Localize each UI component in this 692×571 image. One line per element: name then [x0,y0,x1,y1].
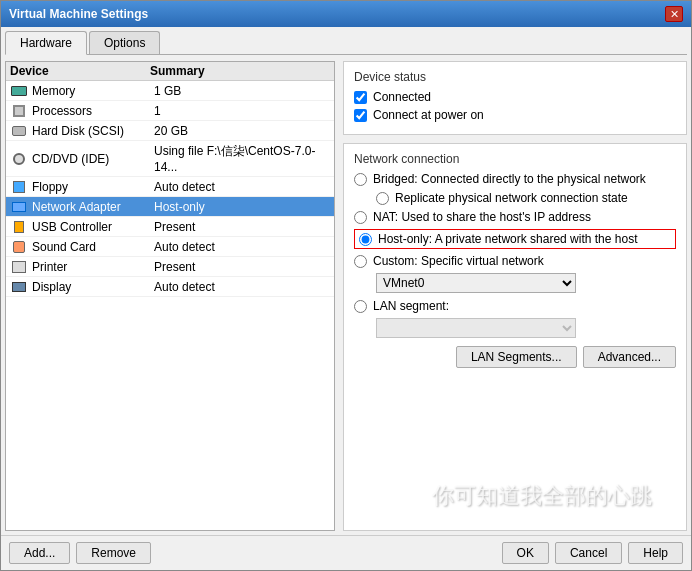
custom-radio[interactable] [354,255,367,268]
vmnet-select-row: VMnet0 [376,273,676,293]
cpu-icon [10,104,28,118]
device-row-memory[interactable]: Memory 1 GB [6,81,334,101]
device-table-header: Device Summary [6,62,334,81]
floppy-icon [10,180,28,194]
device-summary-printer: Present [154,260,330,274]
window-content: Hardware Options Device Summary Memory 1 [1,27,691,535]
hdd-icon [10,124,28,138]
device-summary-cd-dvd: Using file F:\信柒\CentOS-7.0-14... [154,143,330,174]
close-button[interactable]: ✕ [665,6,683,22]
connected-label: Connected [373,90,431,104]
host-only-radio[interactable] [359,233,372,246]
device-summary-floppy: Auto detect [154,180,330,194]
device-summary-hard-disk: 20 GB [154,124,330,138]
device-status-title: Device status [354,70,676,84]
cd-icon [10,152,28,166]
device-row-network-adapter[interactable]: Network Adapter Host-only [6,197,334,217]
footer-left-buttons: Add... Remove [9,542,151,564]
device-name-hard-disk: Hard Disk (SCSI) [32,124,154,138]
main-area: Device Summary Memory 1 GB [5,61,687,531]
device-summary-network-adapter: Host-only [154,200,330,214]
help-button[interactable]: Help [628,542,683,564]
footer-right-buttons: OK Cancel Help [502,542,683,564]
device-status-group: Device status Connected Connect at power… [343,61,687,135]
network-action-buttons: LAN Segments... Advanced... [354,346,676,368]
virtual-machine-settings-window: Virtual Machine Settings ✕ Hardware Opti… [0,0,692,571]
device-name-cd-dvd: CD/DVD (IDE) [32,152,154,166]
cancel-button[interactable]: Cancel [555,542,622,564]
custom-label: Custom: Specific virtual network [373,254,544,268]
lan-label: LAN segment: [373,299,449,313]
replicate-row: Replicate physical network connection st… [376,191,676,205]
lan-segments-button[interactable]: LAN Segments... [456,346,577,368]
ok-button[interactable]: OK [502,542,549,564]
bridged-radio-row: Bridged: Connected directly to the physi… [354,172,676,186]
advanced-button[interactable]: Advanced... [583,346,676,368]
device-name-memory: Memory [32,84,154,98]
device-name-sound-card: Sound Card [32,240,154,254]
custom-radio-row: Custom: Specific virtual network [354,254,676,268]
tab-options[interactable]: Options [89,31,160,54]
device-summary-sound-card: Auto detect [154,240,330,254]
device-row-printer[interactable]: Printer Present [6,257,334,277]
lan-radio[interactable] [354,300,367,313]
nat-radio[interactable] [354,211,367,224]
tab-bar: Hardware Options [5,31,687,55]
lan-select-row [376,318,676,338]
footer: Add... Remove OK Cancel Help [1,535,691,570]
bridged-label: Bridged: Connected directly to the physi… [373,172,646,186]
lan-select[interactable] [376,318,576,338]
col-header-summary: Summary [150,64,330,78]
device-list-panel: Device Summary Memory 1 GB [5,61,335,531]
device-name-display: Display [32,280,154,294]
nat-radio-row: NAT: Used to share the host's IP address [354,210,676,224]
network-connection-group: Network connection Bridged: Connected di… [343,143,687,531]
replicate-radio[interactable] [376,192,389,205]
device-row-processors[interactable]: Processors 1 [6,101,334,121]
connected-checkbox[interactable] [354,91,367,104]
device-row-display[interactable]: Display Auto detect [6,277,334,297]
sound-icon [10,240,28,254]
replicate-label: Replicate physical network connection st… [395,191,628,205]
device-row-hard-disk[interactable]: Hard Disk (SCSI) 20 GB [6,121,334,141]
tab-hardware[interactable]: Hardware [5,31,87,55]
device-name-processors: Processors [32,104,154,118]
host-only-label: Host-only: A private network shared with… [378,232,637,246]
device-name-network-adapter: Network Adapter [32,200,154,214]
title-bar-controls: ✕ [665,6,683,22]
device-row-floppy[interactable]: Floppy Auto detect [6,177,334,197]
device-list: Memory 1 GB Processors 1 [6,81,334,530]
add-button[interactable]: Add... [9,542,70,564]
remove-button[interactable]: Remove [76,542,151,564]
title-bar: Virtual Machine Settings ✕ [1,1,691,27]
device-row-sound-card[interactable]: Sound Card Auto detect [6,237,334,257]
network-connection-title: Network connection [354,152,676,166]
vmnet-select[interactable]: VMnet0 [376,273,576,293]
device-name-printer: Printer [32,260,154,274]
bridged-radio[interactable] [354,173,367,186]
connect-power-label: Connect at power on [373,108,484,122]
window-title: Virtual Machine Settings [9,7,148,21]
right-panel: Device status Connected Connect at power… [343,61,687,531]
device-name-usb-controller: USB Controller [32,220,154,234]
connect-power-checkbox[interactable] [354,109,367,122]
connected-row: Connected [354,90,676,104]
device-name-floppy: Floppy [32,180,154,194]
device-summary-memory: 1 GB [154,84,330,98]
device-summary-processors: 1 [154,104,330,118]
net-icon [10,200,28,214]
printer-icon [10,260,28,274]
nat-label: NAT: Used to share the host's IP address [373,210,591,224]
usb-icon [10,220,28,234]
connect-power-row: Connect at power on [354,108,676,122]
host-only-radio-row: Host-only: A private network shared with… [354,229,676,249]
device-row-usb-controller[interactable]: USB Controller Present [6,217,334,237]
memory-icon [10,84,28,98]
device-summary-usb-controller: Present [154,220,330,234]
lan-radio-row: LAN segment: [354,299,676,313]
col-header-device: Device [10,64,150,78]
device-summary-display: Auto detect [154,280,330,294]
display-icon [10,280,28,294]
device-row-cd-dvd[interactable]: CD/DVD (IDE) Using file F:\信柒\CentOS-7.0… [6,141,334,177]
